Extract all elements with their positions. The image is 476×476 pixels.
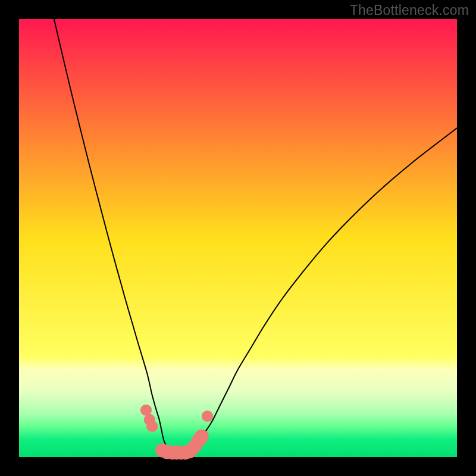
marker-dot [202,411,213,422]
bottleneck-chart: TheBottleneck.com [0,0,476,476]
watermark-text: TheBottleneck.com [350,2,469,18]
chart-plot-area [19,19,457,457]
marker-dot [195,430,209,444]
chart-svg [0,0,476,476]
marker-dot [146,421,158,432]
